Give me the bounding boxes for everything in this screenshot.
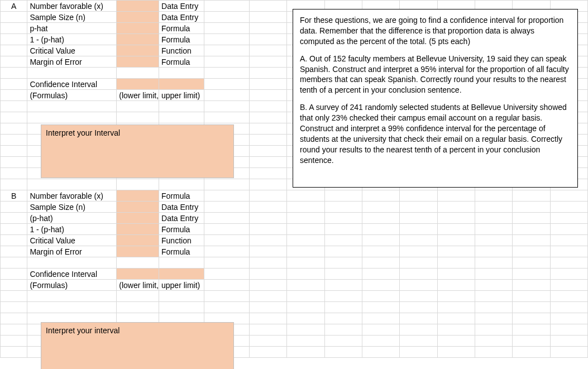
- cell[interactable]: [27, 179, 117, 190]
- cell[interactable]: [204, 112, 250, 123]
- cell[interactable]: [250, 23, 287, 34]
- cell[interactable]: [324, 280, 362, 291]
- a-row1-input[interactable]: [117, 12, 159, 23]
- cell[interactable]: [250, 12, 287, 23]
- cell[interactable]: [287, 280, 324, 291]
- cell[interactable]: [324, 347, 362, 358]
- interpret-box-a[interactable]: Interpret your Interval: [41, 124, 234, 178]
- cell[interactable]: [27, 302, 117, 313]
- cell[interactable]: [437, 246, 475, 257]
- cell[interactable]: [437, 280, 475, 291]
- cell[interactable]: [513, 235, 550, 246]
- cell[interactable]: [250, 179, 287, 190]
- cell[interactable]: [287, 324, 324, 336]
- cell[interactable]: [250, 213, 287, 224]
- cell[interactable]: [550, 224, 587, 235]
- cell[interactable]: [204, 269, 250, 280]
- cell[interactable]: [437, 313, 475, 324]
- cell[interactable]: [362, 213, 399, 224]
- a-row5-input[interactable]: [117, 56, 159, 68]
- cell[interactable]: [1, 324, 27, 336]
- cell[interactable]: [362, 257, 399, 269]
- cell[interactable]: [1, 336, 27, 347]
- cell[interactable]: [204, 235, 250, 246]
- cell[interactable]: [204, 1, 250, 12]
- cell[interactable]: [250, 302, 287, 313]
- cell[interactable]: [513, 246, 550, 257]
- cell[interactable]: [250, 202, 287, 213]
- cell[interactable]: [159, 112, 204, 123]
- cell[interactable]: [250, 246, 287, 257]
- cell[interactable]: [400, 190, 437, 202]
- cell[interactable]: [250, 336, 287, 347]
- cell[interactable]: [1, 101, 27, 112]
- cell[interactable]: [250, 257, 287, 269]
- cell[interactable]: [324, 302, 362, 313]
- cell[interactable]: [117, 112, 159, 123]
- cell[interactable]: [1, 257, 27, 269]
- cell[interactable]: [362, 235, 399, 246]
- cell[interactable]: [250, 269, 287, 280]
- cell[interactable]: [250, 168, 287, 179]
- cell[interactable]: [117, 291, 159, 302]
- cell[interactable]: [204, 34, 250, 45]
- cell[interactable]: [250, 190, 287, 202]
- cell[interactable]: [513, 324, 550, 336]
- cell[interactable]: [204, 280, 250, 291]
- cell[interactable]: [159, 302, 204, 313]
- cell[interactable]: [400, 246, 437, 257]
- cell[interactable]: [1, 179, 27, 190]
- cell[interactable]: [550, 190, 587, 202]
- cell[interactable]: [362, 291, 399, 302]
- cell[interactable]: [287, 235, 324, 246]
- cell[interactable]: [550, 280, 587, 291]
- cell[interactable]: [400, 202, 437, 213]
- cell[interactable]: [324, 336, 362, 347]
- cell[interactable]: [362, 202, 399, 213]
- cell[interactable]: [362, 269, 399, 280]
- cell[interactable]: [324, 235, 362, 246]
- cell[interactable]: [250, 347, 287, 358]
- cell[interactable]: [159, 68, 204, 79]
- cell[interactable]: [250, 224, 287, 235]
- a-ci-lower-input[interactable]: [117, 79, 159, 90]
- cell[interactable]: [324, 291, 362, 302]
- cell[interactable]: [437, 302, 475, 313]
- cell[interactable]: [1, 112, 27, 123]
- cell[interactable]: [250, 34, 287, 45]
- cell[interactable]: [362, 324, 399, 336]
- cell[interactable]: [27, 68, 117, 79]
- cell[interactable]: [287, 213, 324, 224]
- cell[interactable]: [250, 45, 287, 56]
- cell[interactable]: [475, 336, 512, 347]
- cell[interactable]: [550, 213, 587, 224]
- cell[interactable]: [550, 291, 587, 302]
- cell[interactable]: [550, 202, 587, 213]
- cell[interactable]: [437, 347, 475, 358]
- cell[interactable]: [250, 235, 287, 246]
- cell[interactable]: [324, 224, 362, 235]
- cell[interactable]: [400, 291, 437, 302]
- cell[interactable]: [27, 112, 117, 123]
- cell[interactable]: [362, 190, 399, 202]
- cell[interactable]: [513, 347, 550, 358]
- cell[interactable]: [324, 246, 362, 257]
- cell[interactable]: [204, 12, 250, 23]
- cell[interactable]: [437, 202, 475, 213]
- cell[interactable]: [287, 313, 324, 324]
- cell[interactable]: [1, 45, 27, 56]
- cell[interactable]: [400, 302, 437, 313]
- cell[interactable]: [1, 313, 27, 324]
- cell[interactable]: [204, 246, 250, 257]
- cell[interactable]: [250, 68, 287, 79]
- cell[interactable]: [250, 1, 287, 12]
- cell[interactable]: [1, 224, 27, 235]
- cell[interactable]: [1, 246, 27, 257]
- cell[interactable]: [27, 101, 117, 112]
- cell[interactable]: [324, 269, 362, 280]
- cell[interactable]: [437, 269, 475, 280]
- cell[interactable]: [1, 135, 27, 146]
- cell[interactable]: [250, 90, 287, 101]
- cell[interactable]: [362, 246, 399, 257]
- b-ci-lower-input[interactable]: [117, 269, 159, 280]
